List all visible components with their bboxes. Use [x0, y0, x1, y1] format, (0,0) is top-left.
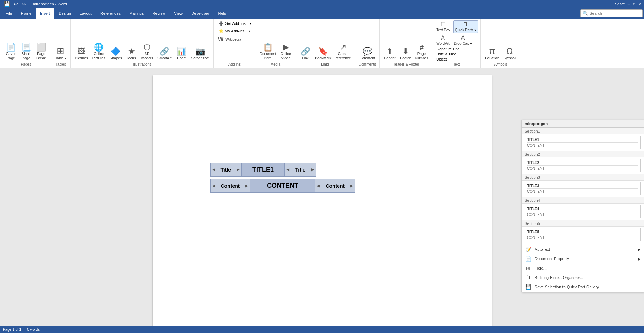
maximize-icon[interactable]: □: [633, 2, 635, 6]
search-input[interactable]: [590, 11, 640, 15]
online-pictures-button[interactable]: 🌐 OnlinePictures: [91, 42, 107, 62]
cover-page-icon: 📄: [6, 43, 16, 51]
title-right-left-arrow: ◀: [286, 168, 289, 172]
header-button[interactable]: ⬆ Header: [382, 46, 398, 62]
document-property-menu-item[interactable]: 📄 Document Property ▶: [522, 254, 644, 263]
building-blocks-icon: 🗒: [525, 275, 532, 280]
chart-button[interactable]: 📊 Chart: [174, 46, 189, 62]
minimize-icon[interactable]: ─: [628, 2, 630, 6]
undo-icon[interactable]: ↩: [13, 0, 19, 8]
text-box-button[interactable]: ☐ Text Box: [435, 20, 451, 33]
save-selection-label: Save Selection to Quick Part Gallery...: [535, 285, 602, 289]
autotext-arrow: ▶: [638, 248, 641, 252]
tab-review[interactable]: Review: [148, 8, 170, 19]
search-icon: 🔍: [583, 11, 588, 16]
tab-developer[interactable]: Developer: [187, 8, 214, 19]
bookmark-button[interactable]: 🔖 Bookmark: [313, 46, 333, 62]
tab-layout[interactable]: Layout: [75, 8, 96, 19]
section1-item[interactable]: TITLE1 CONTENT: [525, 136, 641, 149]
cross-reference-button[interactable]: ↗ Cross-reference: [334, 42, 352, 62]
section5-item[interactable]: TITLE5 CONTENT: [525, 228, 641, 241]
content-cell-right[interactable]: ◀ Content ▶: [315, 179, 355, 193]
section2-label: Section2: [522, 151, 644, 157]
equation-button[interactable]: π Equation: [483, 46, 501, 62]
title-left-arrow: ◀: [212, 168, 215, 172]
tables-label: Tables: [56, 62, 66, 67]
drop-cap-button[interactable]: A Drop Cap ▾: [452, 34, 474, 46]
share-button[interactable]: Share: [615, 2, 625, 6]
title-cell-left[interactable]: ◀ Title ▶: [210, 163, 242, 177]
quick-parts-header: mlreportgen: [522, 120, 644, 128]
my-addins-button[interactable]: ⭐ My Add-ins ▾: [216, 28, 251, 35]
quick-parts-button[interactable]: 🗒 Quick Parts ▾: [453, 20, 478, 33]
section3-content: CONTENT: [527, 190, 638, 194]
3d-models-icon: ⬡: [144, 43, 150, 51]
tab-file[interactable]: File: [1, 8, 17, 19]
ribbon-group-tables: ⊞ Table ▾ Tables: [51, 19, 71, 68]
get-addins-button[interactable]: ➕ Get Add-ins ▾: [216, 20, 253, 27]
title-cell-center[interactable]: TITLE1: [241, 163, 285, 177]
3d-models-button[interactable]: ⬡ 3DModels: [140, 42, 155, 62]
document-property-label: Document Property: [535, 257, 569, 261]
date-time-button[interactable]: Date & Time: [435, 52, 461, 57]
ribbon-group-addins: ➕ Get Add-ins ▾ ⭐ My Add-ins ▾ W Wikiped…: [214, 19, 255, 68]
menu-divider: [522, 244, 644, 244]
save-icon[interactable]: 💾: [3, 0, 11, 8]
link-button[interactable]: 🔗 Link: [298, 46, 312, 62]
pages-label: Pages: [21, 62, 31, 67]
wikipedia-button[interactable]: W Wikipedia: [216, 35, 243, 44]
content-cell-left[interactable]: ◀ Content ▶: [210, 179, 250, 193]
object-button[interactable]: Object: [435, 57, 461, 62]
section3-item[interactable]: TITLE3 CONTENT: [525, 182, 641, 195]
smartart-button[interactable]: 🔗 SmartArt: [155, 46, 173, 62]
tab-help[interactable]: Help: [214, 8, 231, 19]
page-divider: [181, 90, 463, 90]
tab-view[interactable]: View: [170, 8, 187, 19]
page-break-button[interactable]: ⬜ PageBreak: [34, 42, 48, 62]
illustrations-items: 🖼 Pictures 🌐 OnlinePictures 🔷 Shapes ★ I…: [73, 20, 211, 62]
tab-design[interactable]: Design: [54, 8, 75, 19]
wordart-button[interactable]: A WordArt: [435, 34, 451, 46]
document-property-arrow: ▶: [638, 257, 641, 261]
quick-parts-scroll[interactable]: Section1 TITLE1 CONTENT Section2 TITLE2 …: [522, 128, 644, 243]
icons-button[interactable]: ★ Icons: [124, 46, 139, 62]
content-right-arrow: ▶: [245, 184, 248, 188]
footer-button[interactable]: ⬇ Footer: [398, 46, 413, 62]
title-center-text: TITLE1: [252, 166, 274, 173]
bookmark-icon: 🔖: [318, 48, 328, 56]
redo-icon[interactable]: ↪: [21, 0, 27, 8]
symbol-button[interactable]: Ω Symbol: [502, 46, 517, 62]
section4-title: TITLE4: [527, 207, 638, 212]
comment-button[interactable]: 💬 Comment: [358, 46, 377, 62]
search-bar[interactable]: 🔍: [580, 9, 643, 17]
document-item-button[interactable]: 📋 DocumentItem: [258, 42, 278, 62]
save-selection-menu-item[interactable]: 💾 Save Selection to Quick Part Gallery..…: [522, 282, 644, 292]
content-cell-center[interactable]: CONTENT: [250, 179, 315, 193]
page-number-button[interactable]: # PageNumber: [413, 43, 430, 62]
section2-item[interactable]: TITLE2 CONTENT: [525, 159, 641, 172]
title-cell-right[interactable]: ◀ Title ▶: [285, 163, 316, 177]
screenshot-button[interactable]: 📷 Screenshot: [189, 46, 211, 62]
signature-line-button[interactable]: Signature Line: [435, 47, 461, 52]
shapes-button[interactable]: 🔷 Shapes: [108, 46, 124, 62]
building-blocks-menu-item[interactable]: 🗒 Building Blocks Organizer...: [522, 273, 644, 282]
section4-item[interactable]: TITLE4 CONTENT: [525, 205, 641, 218]
pictures-icon: 🖼: [78, 48, 86, 56]
online-video-button[interactable]: ▶ OnlineVideo: [279, 42, 293, 62]
tab-references[interactable]: References: [96, 8, 125, 19]
table-button[interactable]: ⊞ Table ▾: [53, 45, 68, 62]
close-icon[interactable]: ✕: [638, 2, 641, 6]
autotext-icon: 📝: [525, 247, 532, 252]
symbol-icon: Ω: [506, 47, 513, 56]
tab-mailings[interactable]: Mailings: [125, 8, 148, 19]
autotext-menu-item[interactable]: 📝 AutoText ▶: [522, 245, 644, 254]
pages-items: 📄 CoverPage 📃 BlankPage ⬜ PageBreak: [4, 20, 48, 62]
pictures-button[interactable]: 🖼 Pictures: [73, 46, 90, 62]
blank-page-button[interactable]: 📃 BlankPage: [19, 42, 33, 62]
field-menu-item[interactable]: ⊞ Field...: [522, 263, 644, 273]
tab-home[interactable]: Home: [17, 8, 36, 19]
ribbon-group-pages: 📄 CoverPage 📃 BlankPage ⬜ PageBreak Page…: [1, 19, 51, 68]
tab-insert[interactable]: Insert: [36, 8, 54, 19]
equation-icon: π: [489, 47, 495, 56]
cover-page-button[interactable]: 📄 CoverPage: [4, 42, 18, 62]
